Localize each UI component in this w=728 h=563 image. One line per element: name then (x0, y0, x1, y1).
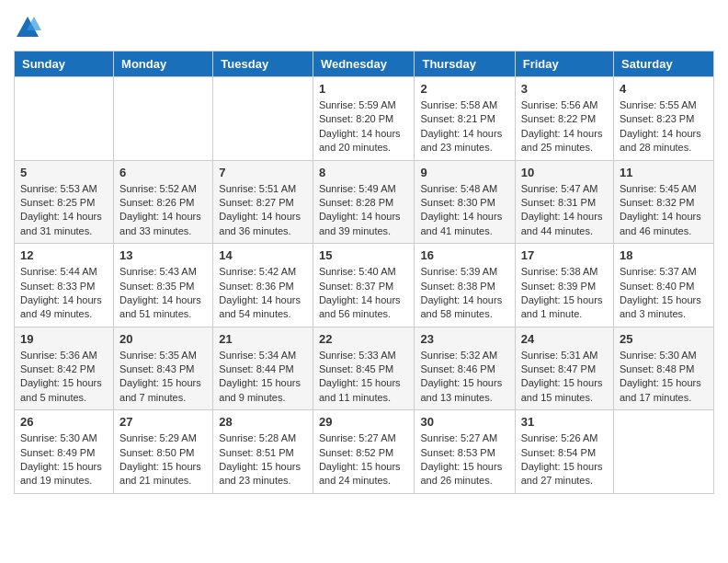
day-number: 16 (420, 248, 508, 262)
calendar-cell: 12Sunrise: 5:44 AM Sunset: 8:33 PM Dayli… (15, 244, 114, 327)
calendar-cell: 6Sunrise: 5:52 AM Sunset: 8:26 PM Daylig… (114, 160, 213, 244)
day-info: Sunrise: 5:37 AM Sunset: 8:40 PM Dayligh… (620, 265, 708, 322)
calendar-cell: 14Sunrise: 5:42 AM Sunset: 8:36 PM Dayli… (213, 244, 313, 327)
day-number: 20 (119, 332, 207, 346)
day-info: Sunrise: 5:32 AM Sunset: 8:46 PM Dayligh… (420, 349, 508, 406)
day-info: Sunrise: 5:43 AM Sunset: 8:35 PM Dayligh… (119, 265, 207, 322)
day-info: Sunrise: 5:58 AM Sunset: 8:21 PM Dayligh… (420, 98, 508, 155)
day-number: 31 (521, 415, 608, 429)
calendar-cell: 20Sunrise: 5:35 AM Sunset: 8:43 PM Dayli… (114, 327, 213, 410)
weekday-header: Tuesday (213, 52, 313, 77)
day-info: Sunrise: 5:59 AM Sunset: 8:20 PM Dayligh… (319, 98, 409, 155)
day-info: Sunrise: 5:51 AM Sunset: 8:27 PM Dayligh… (219, 182, 307, 239)
calendar-cell: 23Sunrise: 5:32 AM Sunset: 8:46 PM Dayli… (415, 327, 515, 410)
calendar-cell: 10Sunrise: 5:47 AM Sunset: 8:31 PM Dayli… (515, 160, 613, 244)
calendar-cell: 28Sunrise: 5:28 AM Sunset: 8:51 PM Dayli… (213, 410, 313, 494)
calendar-cell: 5Sunrise: 5:53 AM Sunset: 8:25 PM Daylig… (15, 160, 114, 244)
day-info: Sunrise: 5:26 AM Sunset: 8:54 PM Dayligh… (521, 431, 608, 488)
weekday-header: Friday (515, 52, 613, 77)
weekday-header: Monday (114, 52, 213, 77)
day-number: 26 (20, 415, 108, 429)
calendar-cell: 7Sunrise: 5:51 AM Sunset: 8:27 PM Daylig… (213, 160, 313, 244)
logo-icon (14, 14, 41, 41)
day-number: 6 (119, 166, 207, 179)
day-number: 3 (521, 82, 608, 96)
day-number: 7 (219, 166, 307, 179)
day-info: Sunrise: 5:52 AM Sunset: 8:26 PM Dayligh… (119, 182, 207, 239)
page-header (14, 14, 714, 41)
calendar-cell (614, 410, 714, 494)
day-info: Sunrise: 5:30 AM Sunset: 8:48 PM Dayligh… (620, 349, 708, 406)
day-info: Sunrise: 5:38 AM Sunset: 8:39 PM Dayligh… (521, 265, 608, 322)
day-info: Sunrise: 5:44 AM Sunset: 8:33 PM Dayligh… (20, 265, 108, 322)
calendar-cell: 24Sunrise: 5:31 AM Sunset: 8:47 PM Dayli… (515, 327, 613, 410)
calendar-cell: 22Sunrise: 5:33 AM Sunset: 8:45 PM Dayli… (313, 327, 415, 410)
calendar-cell: 3Sunrise: 5:56 AM Sunset: 8:22 PM Daylig… (515, 77, 613, 161)
day-info: Sunrise: 5:30 AM Sunset: 8:49 PM Dayligh… (20, 431, 108, 488)
calendar-cell: 31Sunrise: 5:26 AM Sunset: 8:54 PM Dayli… (515, 410, 613, 494)
day-number: 29 (319, 415, 409, 429)
logo (14, 14, 43, 41)
calendar-cell: 30Sunrise: 5:27 AM Sunset: 8:53 PM Dayli… (415, 410, 515, 494)
calendar-week-row: 1Sunrise: 5:59 AM Sunset: 8:20 PM Daylig… (15, 77, 714, 161)
day-number: 24 (521, 332, 608, 346)
day-number: 8 (319, 166, 409, 179)
calendar-week-row: 19Sunrise: 5:36 AM Sunset: 8:42 PM Dayli… (15, 327, 714, 410)
calendar-cell (213, 77, 313, 161)
day-info: Sunrise: 5:36 AM Sunset: 8:42 PM Dayligh… (20, 349, 108, 406)
day-number: 10 (521, 166, 608, 179)
day-info: Sunrise: 5:27 AM Sunset: 8:53 PM Dayligh… (420, 431, 508, 488)
calendar-cell: 17Sunrise: 5:38 AM Sunset: 8:39 PM Dayli… (515, 244, 613, 327)
calendar-cell: 29Sunrise: 5:27 AM Sunset: 8:52 PM Dayli… (313, 410, 415, 494)
weekday-header: Saturday (614, 52, 714, 77)
day-number: 1 (319, 82, 409, 96)
day-info: Sunrise: 5:55 AM Sunset: 8:23 PM Dayligh… (620, 98, 708, 155)
day-info: Sunrise: 5:39 AM Sunset: 8:38 PM Dayligh… (420, 265, 508, 322)
day-info: Sunrise: 5:47 AM Sunset: 8:31 PM Dayligh… (521, 182, 608, 239)
calendar-cell: 1Sunrise: 5:59 AM Sunset: 8:20 PM Daylig… (313, 77, 415, 161)
calendar-cell (15, 77, 114, 161)
calendar-cell: 19Sunrise: 5:36 AM Sunset: 8:42 PM Dayli… (15, 327, 114, 410)
day-info: Sunrise: 5:28 AM Sunset: 8:51 PM Dayligh… (219, 431, 307, 488)
day-info: Sunrise: 5:35 AM Sunset: 8:43 PM Dayligh… (119, 349, 207, 406)
calendar-week-row: 5Sunrise: 5:53 AM Sunset: 8:25 PM Daylig… (15, 160, 714, 244)
calendar-cell: 21Sunrise: 5:34 AM Sunset: 8:44 PM Dayli… (213, 327, 313, 410)
calendar-week-row: 26Sunrise: 5:30 AM Sunset: 8:49 PM Dayli… (15, 410, 714, 494)
weekday-header: Wednesday (313, 52, 415, 77)
day-number: 17 (521, 248, 608, 262)
day-number: 13 (119, 248, 207, 262)
weekday-header: Sunday (15, 52, 114, 77)
calendar-cell: 16Sunrise: 5:39 AM Sunset: 8:38 PM Dayli… (415, 244, 515, 327)
calendar-week-row: 12Sunrise: 5:44 AM Sunset: 8:33 PM Dayli… (15, 244, 714, 327)
day-info: Sunrise: 5:40 AM Sunset: 8:37 PM Dayligh… (319, 265, 409, 322)
day-info: Sunrise: 5:45 AM Sunset: 8:32 PM Dayligh… (620, 182, 708, 239)
day-info: Sunrise: 5:48 AM Sunset: 8:30 PM Dayligh… (420, 182, 508, 239)
day-number: 25 (620, 332, 708, 346)
calendar-cell: 2Sunrise: 5:58 AM Sunset: 8:21 PM Daylig… (415, 77, 515, 161)
calendar: SundayMondayTuesdayWednesdayThursdayFrid… (14, 51, 714, 494)
day-number: 27 (119, 415, 207, 429)
calendar-cell: 15Sunrise: 5:40 AM Sunset: 8:37 PM Dayli… (313, 244, 415, 327)
calendar-cell: 8Sunrise: 5:49 AM Sunset: 8:28 PM Daylig… (313, 160, 415, 244)
day-info: Sunrise: 5:33 AM Sunset: 8:45 PM Dayligh… (319, 349, 409, 406)
day-number: 11 (620, 166, 708, 179)
day-info: Sunrise: 5:29 AM Sunset: 8:50 PM Dayligh… (119, 431, 207, 488)
calendar-cell (114, 77, 213, 161)
day-number: 12 (20, 248, 108, 262)
day-info: Sunrise: 5:31 AM Sunset: 8:47 PM Dayligh… (521, 349, 608, 406)
weekday-header: Thursday (415, 52, 515, 77)
day-number: 30 (420, 415, 508, 429)
day-info: Sunrise: 5:34 AM Sunset: 8:44 PM Dayligh… (219, 349, 307, 406)
calendar-cell: 26Sunrise: 5:30 AM Sunset: 8:49 PM Dayli… (15, 410, 114, 494)
day-number: 15 (319, 248, 409, 262)
day-number: 21 (219, 332, 307, 346)
day-number: 9 (420, 166, 508, 179)
weekday-header-row: SundayMondayTuesdayWednesdayThursdayFrid… (15, 52, 714, 77)
day-number: 18 (620, 248, 708, 262)
day-number: 22 (319, 332, 409, 346)
day-number: 2 (420, 82, 508, 96)
calendar-cell: 13Sunrise: 5:43 AM Sunset: 8:35 PM Dayli… (114, 244, 213, 327)
day-info: Sunrise: 5:49 AM Sunset: 8:28 PM Dayligh… (319, 182, 409, 239)
calendar-cell: 25Sunrise: 5:30 AM Sunset: 8:48 PM Dayli… (614, 327, 714, 410)
calendar-cell: 18Sunrise: 5:37 AM Sunset: 8:40 PM Dayli… (614, 244, 714, 327)
